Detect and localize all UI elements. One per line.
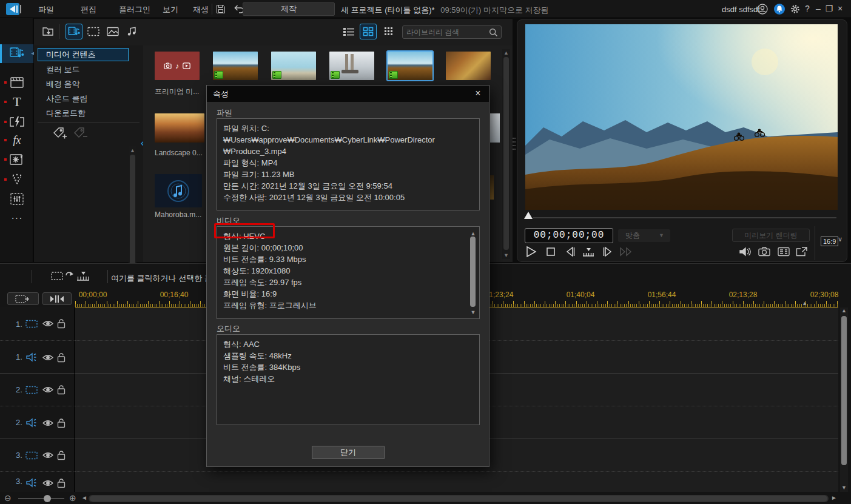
track-content-audio3[interactable] xyxy=(75,471,838,492)
filter-audio-icon[interactable] xyxy=(124,24,141,39)
video-track-icon[interactable] xyxy=(25,451,38,460)
eye-icon[interactable] xyxy=(42,354,53,361)
menu-color-board[interactable]: 컬러 보드 xyxy=(46,64,80,76)
lock-icon[interactable] xyxy=(57,478,66,488)
pip-objects-room-icon[interactable] xyxy=(8,151,25,168)
video-track-icon[interactable] xyxy=(25,320,38,328)
undock-window-icon[interactable] xyxy=(794,244,810,259)
library-scrollbar[interactable]: ▲ ▼ xyxy=(502,49,510,259)
scroll-up-icon[interactable]: ▲ xyxy=(502,50,510,56)
zoom-fit-dropdown[interactable]: 맞춤▼ xyxy=(618,229,670,242)
notification-bell-icon[interactable] xyxy=(774,4,785,15)
video-thumbnail[interactable] xyxy=(213,52,258,80)
photo-thumbnail[interactable] xyxy=(155,113,204,143)
audio-track-icon[interactable] xyxy=(25,418,38,428)
video-track-icon[interactable] xyxy=(25,386,38,394)
effect-room-icon[interactable]: fx xyxy=(8,132,25,149)
audio-thumbnail[interactable] xyxy=(155,174,202,207)
add-track-button[interactable] xyxy=(7,292,39,305)
scrollbar-thumb[interactable] xyxy=(90,496,827,502)
panel-splitter-handle[interactable] xyxy=(512,137,516,153)
grid-view-icon[interactable] xyxy=(360,24,377,39)
project-end-marker-icon[interactable]: ▲ xyxy=(802,300,807,306)
scroll-left-icon[interactable]: ◄ xyxy=(81,494,87,501)
snapshot-camera-icon[interactable] xyxy=(756,244,772,259)
video-thumbnail[interactable] xyxy=(329,52,374,80)
audio-track-icon[interactable] xyxy=(25,352,38,362)
eye-icon[interactable] xyxy=(42,451,53,459)
aspect-chevron-icon[interactable]: ∨ xyxy=(838,235,843,243)
close-window-icon[interactable]: × xyxy=(836,4,844,13)
scrollbar-thumb[interactable] xyxy=(841,316,847,465)
settings-gear-icon[interactable] xyxy=(790,4,801,15)
scroll-up-icon[interactable]: ▲ xyxy=(129,147,136,153)
filter-video-icon[interactable] xyxy=(85,24,102,39)
menu-background-music[interactable]: 배경 음악 xyxy=(46,79,80,91)
eye-icon[interactable] xyxy=(42,419,53,427)
more-rooms-icon[interactable]: ··· xyxy=(8,210,25,227)
remove-tag-icon[interactable] xyxy=(73,127,89,141)
zoom-in-icon[interactable]: ⊕ xyxy=(69,493,76,503)
play-button[interactable] xyxy=(523,244,539,259)
zoom-slider-thumb[interactable] xyxy=(44,495,51,502)
render-preview-icon[interactable] xyxy=(65,270,76,280)
timeline-vertical-scrollbar[interactable]: ▲ ▼ xyxy=(840,307,848,492)
media-room-icon[interactable] xyxy=(8,45,25,62)
scroll-right-icon[interactable]: ► xyxy=(831,494,837,501)
title-room-icon[interactable]: T xyxy=(8,93,25,110)
dialog-title[interactable]: 속성 xyxy=(207,86,489,102)
aspect-ratio-badge[interactable]: 16:9 xyxy=(821,237,838,246)
menu-media-content[interactable]: 미디어 컨텐츠 xyxy=(38,48,129,61)
menu-downloaded[interactable]: 다운로드함 xyxy=(46,108,86,120)
range-select-button[interactable] xyxy=(42,292,72,305)
lock-icon[interactable] xyxy=(57,418,66,428)
timeline-horizontal-scrollbar[interactable] xyxy=(89,495,829,502)
filter-photo-icon[interactable] xyxy=(104,24,121,39)
lock-icon[interactable] xyxy=(57,385,66,395)
stop-button[interactable] xyxy=(543,244,559,259)
fast-forward-button[interactable] xyxy=(618,244,634,259)
scroll-up-icon[interactable]: ▲ xyxy=(841,307,847,314)
marker-track-icon[interactable] xyxy=(76,270,90,281)
lock-icon[interactable] xyxy=(57,318,66,329)
step-marker-button[interactable] xyxy=(580,244,596,259)
scroll-down-icon[interactable]: ▼ xyxy=(469,307,477,318)
preview-video-frame[interactable] xyxy=(525,24,838,210)
menu-file[interactable]: 파일 xyxy=(38,4,54,15)
slideshow-room-icon[interactable] xyxy=(8,74,25,91)
preview-render-button[interactable]: 미리보기 렌더링 xyxy=(732,229,810,242)
list-view-icon[interactable] xyxy=(340,24,357,39)
next-frame-button[interactable] xyxy=(600,244,616,259)
search-icon[interactable] xyxy=(489,28,498,37)
eye-icon[interactable] xyxy=(42,479,53,487)
user-name[interactable]: dsdf sdfsdf xyxy=(722,5,760,14)
scrollbar-thumb[interactable] xyxy=(503,57,509,250)
scroll-down-icon[interactable]: ▼ xyxy=(841,485,847,491)
import-media-icon[interactable] xyxy=(40,24,57,39)
menu-edit[interactable]: 편집 xyxy=(81,4,96,15)
avatar-icon[interactable] xyxy=(757,4,768,15)
video-thumbnail[interactable] xyxy=(271,52,316,80)
search-input[interactable] xyxy=(406,27,485,37)
particle-room-icon[interactable] xyxy=(8,171,25,188)
seek-bar[interactable] xyxy=(533,217,836,218)
zoom-out-icon[interactable]: ⊖ xyxy=(4,493,12,503)
scrollbar-thumb[interactable] xyxy=(470,237,476,307)
playhead-slider[interactable] xyxy=(523,212,533,219)
menu-plugin[interactable]: 플러그인 xyxy=(119,4,150,15)
filter-media-icon[interactable] xyxy=(66,24,82,39)
thumbnail-size-icon[interactable] xyxy=(380,24,397,39)
help-icon[interactable]: ? xyxy=(803,4,812,13)
transition-room-icon[interactable] xyxy=(8,113,25,130)
audio-track-icon[interactable] xyxy=(25,478,38,488)
produce-button[interactable]: 제작 xyxy=(243,2,335,16)
menu-play[interactable]: 재생 xyxy=(193,4,209,15)
zoom-slider-track[interactable] xyxy=(18,498,64,499)
scroll-down-icon[interactable]: ▼ xyxy=(502,252,510,258)
minimize-icon[interactable]: – xyxy=(814,4,822,13)
timecode-display[interactable]: 00;00;00;00 xyxy=(525,228,613,243)
previous-frame-button[interactable] xyxy=(562,244,578,259)
mixer-room-icon[interactable] xyxy=(8,190,25,207)
lock-icon[interactable] xyxy=(57,352,66,363)
video-thumbnail-selected[interactable] xyxy=(388,52,432,80)
